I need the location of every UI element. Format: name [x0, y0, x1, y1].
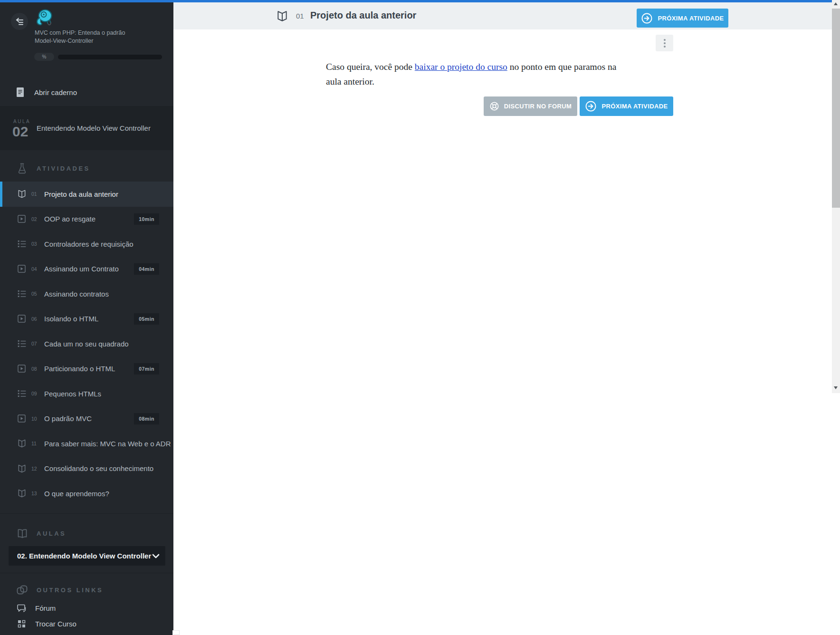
course-progress-bar [58, 55, 162, 59]
activity-item[interactable]: 03 Controladores de requisição [0, 231, 173, 257]
activity-actions: DISCUTIR NO FORUM PRÓXIMA ATIVIDADE [173, 96, 840, 116]
activity-item[interactable]: 11 Para saber mais: MVC na Web e o ADR [0, 431, 173, 456]
grid-icon [16, 620, 27, 628]
video-icon [17, 414, 26, 423]
list-icon [17, 339, 27, 348]
activity-number: 09 [31, 391, 41, 396]
other-links-section: OUTROS LINKS Fórum [0, 573, 173, 635]
aulas-section: AULAS 02. Entendendo Modelo View Control… [0, 513, 173, 573]
duration-badge: 10min [134, 213, 159, 225]
page-title: Projeto da aula anterior [310, 10, 416, 21]
activity-number: 03 [31, 241, 41, 247]
course-title: MVC com PHP: Entenda o padrão Model-View… [35, 29, 125, 45]
document-icon [16, 87, 24, 97]
activity-item[interactable]: 06 Isolando o HTML 05min [0, 307, 173, 332]
open-notebook-button[interactable]: Abrir caderno [0, 78, 173, 106]
scroll-down-arrow-icon[interactable] [834, 386, 838, 389]
next-activity-button-header[interactable]: PRÓXIMA ATIVIDADE [637, 9, 728, 28]
course-player-screen: MVC com PHP: Entenda o padrão Model-View… [0, 0, 840, 635]
other-links-header: OUTROS LINKS [0, 577, 173, 603]
activities-section-label: ATIVIDADES [37, 165, 90, 172]
activity-title: Pequenos HTMLs [44, 390, 101, 398]
book-icon [16, 529, 29, 539]
more-options-button[interactable] [656, 35, 673, 51]
video-icon [17, 264, 26, 273]
activity-number: 02 [31, 216, 41, 222]
activity-number: 07 [31, 341, 41, 346]
open-book-icon [17, 189, 27, 199]
list-icon [17, 289, 27, 298]
chat-bubble-icon [16, 604, 27, 613]
activity-item[interactable]: 02 OOP ao resgate 10min [0, 207, 173, 232]
activity-title: Consolidando o seu conhecimento [44, 464, 153, 472]
main-content: 01 Projeto da aula anterior PRÓXIMA ATIV… [173, 0, 840, 635]
activity-paragraph: Caso queira, você pode baixar o projeto … [326, 59, 668, 89]
aulas-section-label: AULAS [37, 530, 66, 537]
scroll-up-arrow-icon[interactable] [834, 2, 838, 5]
activity-item[interactable]: 08 Particionando o HTML 07min [0, 356, 173, 382]
arrow-left-menu-icon [15, 17, 24, 26]
activity-number: 06 [31, 316, 41, 322]
forum-link[interactable]: Fórum [0, 600, 173, 616]
sidebar-scrollbar-thumb[interactable] [172, 630, 180, 635]
discuss-forum-button[interactable]: DISCUTIR NO FORUM [484, 96, 577, 116]
activity-title: Isolando o HTML [44, 315, 98, 323]
change-course-link[interactable]: Trocar Curso [0, 616, 173, 632]
activity-item[interactable]: 07 Cada um no seu quadrado [0, 331, 173, 356]
progress-percent-badge: % [34, 53, 54, 61]
activity-title: Cada um no seu quadrado [44, 340, 129, 348]
activity-item[interactable]: 05 Assinando contratos [0, 281, 173, 307]
duration-badge: 05min [134, 313, 159, 325]
activity-title: Controladores de requisição [44, 240, 134, 248]
current-lesson-block: AULA 02 Entendendo Modelo View Controlle… [0, 106, 173, 150]
page-scrollbar[interactable] [832, 0, 840, 393]
activity-number: 10 [31, 416, 41, 422]
aulas-section-header: AULAS [0, 520, 173, 547]
activity-item[interactable]: 04 Assinando um Contrato 04min [0, 257, 173, 282]
lifebuoy-icon [489, 101, 499, 111]
lesson-title: Entendendo Modelo View Controller [37, 124, 151, 132]
activity-number: 01 [31, 191, 41, 197]
lesson-select-value: 02. Entendendo Modelo View Controller [17, 552, 151, 560]
next-activity-button[interactable]: PRÓXIMA ATIVIDADE [580, 96, 673, 116]
activity-number: 11 [31, 441, 41, 446]
scrollbar-thumb[interactable] [832, 9, 840, 208]
duration-badge: 08min [134, 413, 159, 424]
video-icon [17, 364, 26, 373]
link-chain-icon [16, 584, 29, 596]
activity-title: Para saber mais: MVC na Web e o ADR [44, 440, 171, 448]
video-icon [17, 314, 26, 323]
activity-title: O que aprendemos? [44, 490, 109, 498]
list-icon [17, 389, 27, 398]
duration-badge: 04min [134, 263, 159, 275]
activity-number: 05 [31, 291, 41, 297]
activity-item[interactable]: 09 Pequenos HTMLs [0, 381, 173, 406]
arrow-right-circle-icon [641, 12, 653, 24]
flask-icon [16, 162, 29, 175]
activities-list: 01 Projeto da aula anterior [0, 182, 173, 506]
open-book-icon [276, 10, 288, 22]
activity-number: 04 [31, 266, 41, 272]
open-notebook-label: Abrir caderno [34, 88, 77, 96]
open-book-icon [17, 464, 27, 473]
activity-header: 01 Projeto da aula anterior PRÓXIMA ATIV… [173, 2, 840, 29]
course-logo-elephant-icon [33, 9, 54, 29]
activity-number: 12 [31, 466, 41, 471]
collapse-sidebar-button[interactable] [11, 13, 28, 30]
activity-number: 13 [31, 491, 41, 496]
open-book-icon [17, 439, 27, 448]
activity-title: O padrão MVC [44, 414, 92, 423]
video-icon [17, 214, 26, 223]
activity-item[interactable]: 10 O padrão MVC 08min [0, 406, 173, 432]
activity-title: OOP ao resgate [44, 215, 95, 223]
activity-title: Particionando o HTML [44, 365, 115, 373]
lesson-number: 02 [12, 124, 28, 140]
lesson-select-dropdown[interactable]: 02. Entendendo Modelo View Controller [9, 546, 165, 566]
activity-header-number: 01 [296, 12, 304, 20]
download-project-link[interactable]: baixar o projeto do curso [415, 62, 507, 72]
list-icon [17, 239, 27, 249]
course-sidebar: MVC com PHP: Entenda o padrão Model-View… [0, 0, 173, 635]
activity-item[interactable]: 01 Projeto da aula anterior [0, 182, 173, 207]
activity-item[interactable]: 12 Consolidando o seu conhecimento [0, 456, 173, 481]
activity-item[interactable]: 13 O que aprendemos? [0, 481, 173, 506]
